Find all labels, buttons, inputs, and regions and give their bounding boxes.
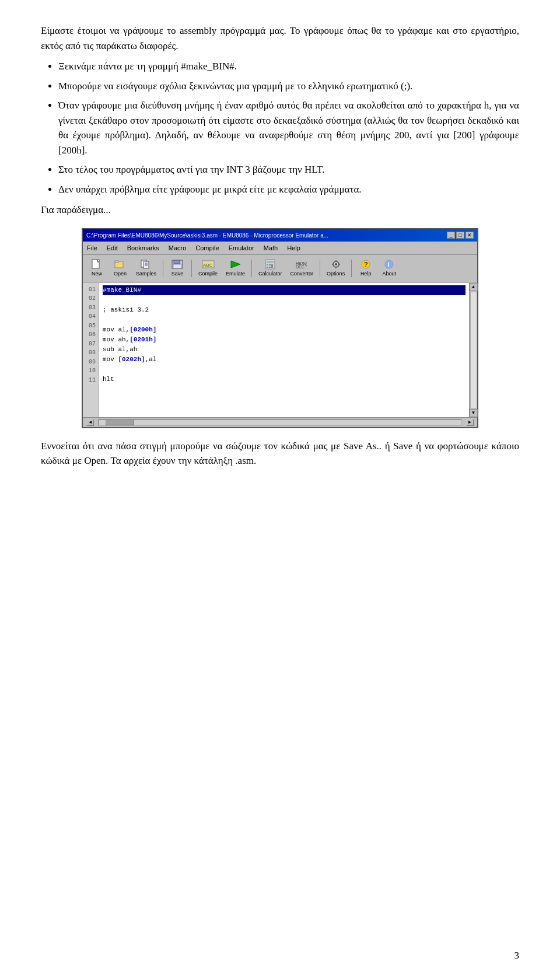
new-icon xyxy=(90,259,103,270)
svg-rect-21 xyxy=(271,265,273,268)
code-line-11 xyxy=(103,384,466,394)
menu-compile[interactable]: Compile xyxy=(194,243,220,254)
intro-paragraph: Είμαστε έτοιμοι να γράψουμε το assembly … xyxy=(41,23,519,53)
toolbar-options-button[interactable]: Options xyxy=(324,257,348,280)
minimize-button[interactable]: _ xyxy=(447,232,455,239)
emulator-titlebar: C:\Program Files\EMU8086\MySource\askisi… xyxy=(83,229,477,242)
about-icon: i xyxy=(383,259,396,270)
scroll-left-button[interactable]: ◄ xyxy=(86,419,94,426)
code-line-3: ; askisi 3.2 xyxy=(103,305,466,315)
code-line-6: mov ah,[0201h] xyxy=(103,335,466,345)
menu-bookmarks[interactable]: Bookmarks xyxy=(125,243,161,254)
emulator-window: C:\Program Files\EMU8086\MySource\askisi… xyxy=(82,228,478,428)
scroll-up-button[interactable]: ▲ xyxy=(470,283,478,291)
convertor-icon: HEX DEC xyxy=(295,259,308,270)
svg-rect-2 xyxy=(115,261,118,263)
emulator-statusbar: ◄ ► xyxy=(83,417,477,427)
conclusion-paragraph: Εννοείται ότι ανα πάσα στιγμή μπορούμε ν… xyxy=(41,439,519,468)
scroll-down-button[interactable]: ▼ xyxy=(470,409,478,417)
toolbar-sep-3 xyxy=(251,260,252,277)
example-label: Για παράδειγμα... xyxy=(41,202,519,218)
bullet-item-2: Μπορούμε να εισάγουμε σχόλια ξεκινώντας … xyxy=(58,79,519,94)
toolbar-help-button[interactable]: ? Help xyxy=(355,257,376,280)
toolbar-convertor-button[interactable]: HEX DEC Convertor xyxy=(288,257,317,280)
svg-text:DEC: DEC xyxy=(296,265,304,269)
samples-icon xyxy=(140,259,153,270)
compile-icon: ABC xyxy=(202,259,215,270)
svg-rect-19 xyxy=(267,267,268,268)
line-numbers: 01 02 03 04 05 06 07 08 09 10 11 xyxy=(83,283,99,417)
menu-help[interactable]: Help xyxy=(285,243,302,254)
toolbar-about-button[interactable]: i About xyxy=(379,257,400,280)
code-line-2 xyxy=(103,295,466,305)
code-editor[interactable]: #make_BIN# ; askisi 3.2 mov al,[0200h] m… xyxy=(99,283,469,417)
code-line-10: hlt xyxy=(103,375,466,384)
open-icon xyxy=(114,259,127,270)
toolbar-calculator-button[interactable]: Calculator xyxy=(256,257,285,280)
close-button[interactable]: ✕ xyxy=(466,232,474,239)
scrollbar-thumb xyxy=(105,419,134,425)
menu-macro[interactable]: Macro xyxy=(167,243,188,254)
toolbar-sep-5 xyxy=(351,260,352,277)
toolbar-open-button[interactable]: Open xyxy=(110,257,131,280)
emulator-body: 01 02 03 04 05 06 07 08 09 10 11 #make_B… xyxy=(83,283,477,417)
toolbar-samples-button[interactable]: Samples xyxy=(133,257,159,280)
scroll-track[interactable] xyxy=(470,292,477,408)
menu-edit[interactable]: Edit xyxy=(105,243,120,254)
bullet-item-5: Δεν υπάρχει πρόβλημα είτε γράφουμε με μι… xyxy=(58,182,519,197)
code-line-7: sub al,ah xyxy=(103,345,466,355)
emulator-menubar[interactable]: File Edit Bookmarks Macro Compile Emulat… xyxy=(83,242,477,256)
vertical-scrollbar[interactable]: ▲ ▼ xyxy=(469,283,477,417)
code-line-5: mov al,[0200h] xyxy=(103,325,466,335)
calculator-icon xyxy=(264,259,276,270)
options-icon xyxy=(330,259,342,270)
svg-rect-10 xyxy=(173,264,181,268)
toolbar-sep-2 xyxy=(191,260,192,277)
svg-rect-17 xyxy=(269,264,271,265)
code-line-1: #make_BIN# xyxy=(103,285,466,295)
toolbar-compile-button[interactable]: ABC Compile xyxy=(195,257,220,280)
svg-rect-16 xyxy=(267,264,268,265)
help-icon: ? xyxy=(359,259,372,270)
menu-math[interactable]: Math xyxy=(262,243,279,254)
emulator-toolbar: New Open Samples xyxy=(83,255,477,283)
svg-rect-15 xyxy=(267,261,274,263)
svg-point-26 xyxy=(335,263,337,265)
code-line-9 xyxy=(103,365,466,375)
bullet-item-1: Ξεκινάμε πάντα με τη γραμμή #make_BIN#. xyxy=(58,59,519,74)
svg-rect-18 xyxy=(271,264,273,265)
horizontal-scrollbar[interactable] xyxy=(99,419,461,426)
svg-rect-4 xyxy=(144,261,149,268)
code-line-8: mov [0202h],al xyxy=(103,355,466,365)
scroll-right-button[interactable]: ► xyxy=(466,419,474,426)
bullet-item-4: Στο τέλος του προγράμματος αντί για την … xyxy=(58,162,519,177)
svg-marker-13 xyxy=(231,261,240,268)
code-line-4 xyxy=(103,315,466,325)
svg-rect-20 xyxy=(269,267,271,268)
svg-text:i: i xyxy=(388,261,390,268)
bullet-list: Ξεκινάμε πάντα με τη γραμμή #make_BIN#. … xyxy=(58,59,519,197)
toolbar-sep-4 xyxy=(320,260,320,277)
svg-text:ABC: ABC xyxy=(203,263,213,268)
save-icon xyxy=(171,259,184,270)
emulator-title: C:\Program Files\EMU8086\MySource\askisi… xyxy=(86,231,328,240)
emulate-icon xyxy=(229,259,242,270)
maximize-button[interactable]: □ xyxy=(456,232,464,239)
svg-text:?: ? xyxy=(364,261,368,268)
toolbar-new-button[interactable]: New xyxy=(86,257,107,280)
page-number: 3 xyxy=(514,950,520,961)
toolbar-sep-1 xyxy=(163,260,163,277)
toolbar-emulate-button[interactable]: Emulate xyxy=(223,257,248,280)
toolbar-save-button[interactable]: Save xyxy=(167,257,188,280)
menu-file[interactable]: File xyxy=(85,243,99,254)
emulator-title-buttons[interactable]: _ □ ✕ xyxy=(447,232,474,239)
bullet-item-3: Όταν γράφουμε μια διεύθυνση μνήμης ή ένα… xyxy=(58,98,519,158)
menu-emulator[interactable]: Emulator xyxy=(227,243,256,254)
svg-rect-9 xyxy=(174,260,180,264)
